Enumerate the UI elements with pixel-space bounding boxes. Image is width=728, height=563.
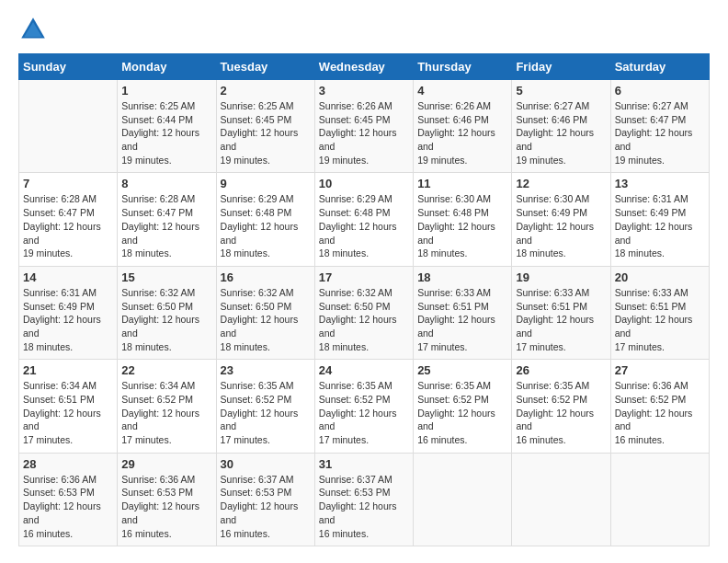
day-cell: 10Sunrise: 6:29 AMSunset: 6:48 PMDayligh… [314,173,413,266]
day-cell: 28Sunrise: 6:36 AMSunset: 6:53 PMDayligh… [19,453,118,546]
day-number: 9 [221,177,311,190]
day-number: 6 [615,84,705,98]
day-number: 23 [221,363,311,377]
day-cell: 14Sunrise: 6:31 AMSunset: 6:49 PMDayligh… [19,266,118,359]
day-number: 30 [221,457,311,471]
day-number: 28 [23,457,113,471]
day-number: 1 [121,84,211,98]
day-number: 14 [23,270,113,284]
day-info: Sunrise: 6:25 AMSunset: 6:44 PMDaylight:… [121,99,211,167]
day-number: 13 [615,177,705,190]
column-header-tuesday: Tuesday [216,54,314,80]
day-info: Sunrise: 6:35 AMSunset: 6:52 PMDaylight:… [319,379,409,446]
day-number: 7 [23,177,113,190]
day-cell: 8Sunrise: 6:28 AMSunset: 6:47 PMDaylight… [118,173,216,266]
day-cell [610,453,709,546]
day-info: Sunrise: 6:32 AMSunset: 6:50 PMDaylight:… [221,286,311,353]
day-info: Sunrise: 6:31 AMSunset: 6:49 PMDaylight:… [615,192,705,259]
day-number: 22 [121,363,211,377]
day-cell: 17Sunrise: 6:32 AMSunset: 6:50 PMDayligh… [314,266,413,359]
day-info: Sunrise: 6:34 AMSunset: 6:52 PMDaylight:… [121,379,211,446]
week-row-4: 21Sunrise: 6:34 AMSunset: 6:51 PMDayligh… [19,360,710,453]
day-info: Sunrise: 6:37 AMSunset: 6:53 PMDaylight:… [319,473,409,540]
day-info: Sunrise: 6:34 AMSunset: 6:51 PMDaylight:… [23,379,113,446]
day-cell: 3Sunrise: 6:26 AMSunset: 6:45 PMDaylight… [314,80,413,173]
day-cell [19,80,118,173]
day-number: 24 [319,363,409,377]
day-info: Sunrise: 6:28 AMSunset: 6:47 PMDaylight:… [121,192,211,259]
day-cell: 2Sunrise: 6:25 AMSunset: 6:45 PMDaylight… [216,80,314,173]
day-info: Sunrise: 6:35 AMSunset: 6:52 PMDaylight:… [417,379,507,446]
day-info: Sunrise: 6:26 AMSunset: 6:46 PMDaylight:… [417,99,507,167]
day-number: 12 [516,177,606,190]
day-number: 25 [417,363,507,377]
day-info: Sunrise: 6:30 AMSunset: 6:48 PMDaylight:… [417,192,507,259]
day-cell: 1Sunrise: 6:25 AMSunset: 6:44 PMDaylight… [118,80,216,173]
header [18,15,710,44]
day-info: Sunrise: 6:32 AMSunset: 6:50 PMDaylight:… [319,286,409,353]
day-number: 26 [516,363,606,377]
day-cell: 21Sunrise: 6:34 AMSunset: 6:51 PMDayligh… [19,360,118,453]
day-cell: 5Sunrise: 6:27 AMSunset: 6:46 PMDaylight… [512,80,610,173]
week-row-3: 14Sunrise: 6:31 AMSunset: 6:49 PMDayligh… [19,266,710,359]
day-cell: 9Sunrise: 6:29 AMSunset: 6:48 PMDaylight… [216,173,314,266]
week-row-2: 7Sunrise: 6:28 AMSunset: 6:47 PMDaylight… [19,173,710,266]
day-info: Sunrise: 6:33 AMSunset: 6:51 PMDaylight:… [615,286,705,353]
day-info: Sunrise: 6:37 AMSunset: 6:53 PMDaylight:… [221,473,311,540]
column-header-saturday: Saturday [610,54,709,80]
day-info: Sunrise: 6:28 AMSunset: 6:47 PMDaylight:… [23,192,113,259]
day-number: 10 [319,177,409,190]
day-number: 16 [221,270,311,284]
day-info: Sunrise: 6:31 AMSunset: 6:49 PMDaylight:… [23,286,113,353]
header-row: SundayMondayTuesdayWednesdayThursdayFrid… [19,54,710,80]
day-info: Sunrise: 6:36 AMSunset: 6:53 PMDaylight:… [23,473,113,540]
day-cell: 15Sunrise: 6:32 AMSunset: 6:50 PMDayligh… [118,266,216,359]
day-cell: 25Sunrise: 6:35 AMSunset: 6:52 PMDayligh… [414,360,512,453]
week-row-1: 1Sunrise: 6:25 AMSunset: 6:44 PMDaylight… [19,80,710,173]
day-info: Sunrise: 6:27 AMSunset: 6:46 PMDaylight:… [516,99,606,167]
day-info: Sunrise: 6:29 AMSunset: 6:48 PMDaylight:… [319,192,409,259]
day-number: 5 [516,84,606,98]
day-cell [512,453,610,546]
day-cell [414,453,512,546]
day-cell: 23Sunrise: 6:35 AMSunset: 6:52 PMDayligh… [216,360,314,453]
column-header-friday: Friday [512,54,610,80]
day-cell: 30Sunrise: 6:37 AMSunset: 6:53 PMDayligh… [216,453,314,546]
day-number: 4 [417,84,507,98]
column-header-sunday: Sunday [19,54,118,80]
day-cell: 27Sunrise: 6:36 AMSunset: 6:52 PMDayligh… [610,360,709,453]
day-cell: 12Sunrise: 6:30 AMSunset: 6:49 PMDayligh… [512,173,610,266]
day-cell: 29Sunrise: 6:36 AMSunset: 6:53 PMDayligh… [118,453,216,546]
day-cell: 19Sunrise: 6:33 AMSunset: 6:51 PMDayligh… [512,266,610,359]
day-number: 31 [319,457,409,471]
day-number: 21 [23,363,113,377]
day-cell: 31Sunrise: 6:37 AMSunset: 6:53 PMDayligh… [314,453,413,546]
day-number: 11 [417,177,507,190]
day-number: 29 [121,457,211,471]
day-number: 3 [319,84,409,98]
day-info: Sunrise: 6:30 AMSunset: 6:49 PMDaylight:… [516,192,606,259]
column-header-monday: Monday [118,54,216,80]
day-cell: 16Sunrise: 6:32 AMSunset: 6:50 PMDayligh… [216,266,314,359]
day-number: 17 [319,270,409,284]
day-number: 8 [121,177,211,190]
day-number: 15 [121,270,211,284]
day-info: Sunrise: 6:33 AMSunset: 6:51 PMDaylight:… [516,286,606,353]
day-info: Sunrise: 6:35 AMSunset: 6:52 PMDaylight:… [221,379,311,446]
column-header-thursday: Thursday [414,54,512,80]
day-info: Sunrise: 6:36 AMSunset: 6:53 PMDaylight:… [121,473,211,540]
day-info: Sunrise: 6:27 AMSunset: 6:47 PMDaylight:… [615,99,705,167]
column-header-wednesday: Wednesday [314,54,413,80]
day-info: Sunrise: 6:29 AMSunset: 6:48 PMDaylight:… [221,192,311,259]
day-number: 2 [221,84,311,98]
day-cell: 6Sunrise: 6:27 AMSunset: 6:47 PMDaylight… [610,80,709,173]
day-info: Sunrise: 6:25 AMSunset: 6:45 PMDaylight:… [221,99,311,167]
day-cell: 13Sunrise: 6:31 AMSunset: 6:49 PMDayligh… [610,173,709,266]
day-cell: 18Sunrise: 6:33 AMSunset: 6:51 PMDayligh… [414,266,512,359]
day-cell: 24Sunrise: 6:35 AMSunset: 6:52 PMDayligh… [314,360,413,453]
day-info: Sunrise: 6:32 AMSunset: 6:50 PMDaylight:… [121,286,211,353]
day-cell: 22Sunrise: 6:34 AMSunset: 6:52 PMDayligh… [118,360,216,453]
day-cell: 20Sunrise: 6:33 AMSunset: 6:51 PMDayligh… [610,266,709,359]
day-cell: 26Sunrise: 6:35 AMSunset: 6:52 PMDayligh… [512,360,610,453]
day-info: Sunrise: 6:26 AMSunset: 6:45 PMDaylight:… [319,99,409,167]
